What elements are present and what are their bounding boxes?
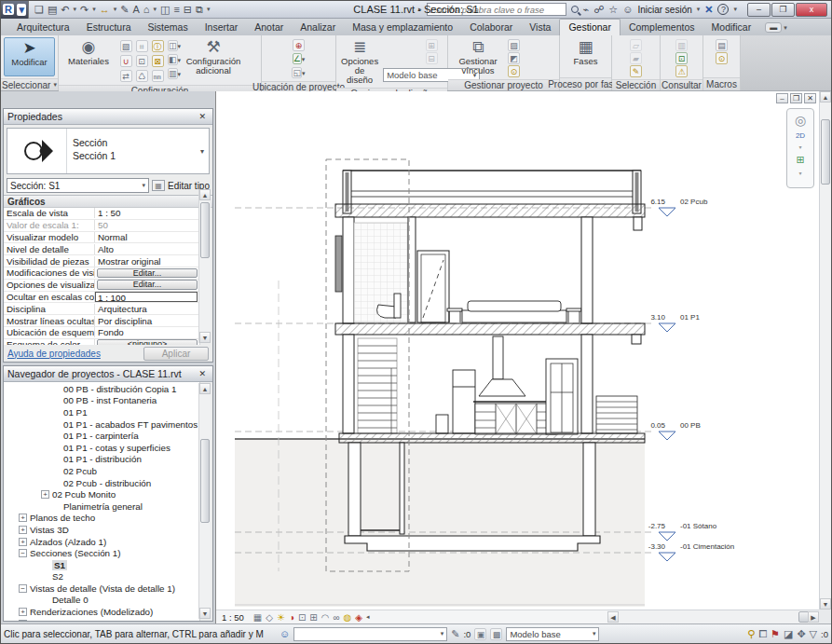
browser-scrollbar[interactable]: ▲ ▼ [198,383,211,619]
visual-style-icon[interactable]: ◇ [266,611,273,623]
undo-icon[interactable]: ↶ [61,4,69,16]
tree-item[interactable]: 01 P1 - acabados FT pavimentos [4,418,199,431]
scroll-up-icon[interactable]: ▲ [199,383,211,394]
collapse-icon[interactable]: − [19,549,27,557]
location-icon[interactable]: ⊕ [293,39,305,51]
canvas-vscrollbar[interactable]: ▲ ▼ [819,91,831,610]
coordinates-icon[interactable]: ∠ [293,53,302,64]
macro-security-icon[interactable]: ⊙ [716,52,728,64]
kitchen-hood[interactable] [479,336,525,396]
edit-display-options-button[interactable]: Editar... [97,280,198,290]
ribbon-display-caret-icon[interactable]: ▾ [784,24,787,32]
section-view-drawing[interactable]: 6.15 02 Pcub 3.10 01 P1 0.05 00 PB [216,91,832,611]
tree-item[interactable]: S2 [4,571,199,583]
close-hidden-windows-icon[interactable]: ⊟ [184,4,192,16]
zoom-caret-icon[interactable]: ▾ [798,170,801,176]
expand-icon[interactable]: + [41,490,49,499]
edit-selection-icon[interactable]: ✎ [630,65,642,77]
property-row[interactable]: Ubicación de esquema...Fondo [4,327,199,339]
restore-button[interactable]: ❐ [771,3,795,17]
expand-icon[interactable]: + [19,526,27,534]
filter-icon[interactable]: ▽ [810,628,817,640]
drawing-area[interactable]: 6.15 02 Pcub 3.10 01 P1 0.05 00 PB [215,91,831,623]
zoom-region-icon[interactable]: ⊞ [796,154,804,166]
global-parameters-icon[interactable]: ⊠ [152,55,164,67]
press-drag-icon[interactable]: ✥ [797,628,805,640]
tree-item[interactable]: +Planos de techo [4,513,199,525]
purge-unused-icon[interactable]: ♺ [136,70,148,82]
tab-analizar[interactable]: Analizar [292,20,344,35]
select-by-id-icon[interactable]: ⊡ [675,52,688,64]
view-minimize-icon[interactable]: – [776,93,788,103]
pin-icon[interactable]: ⚑ [771,628,780,640]
tab-insertar[interactable]: Insertar [197,20,247,35]
tree-item[interactable]: −Vistas de detalle (Vista de detalle 1) [4,582,199,595]
tree-item[interactable]: +Renderizaciones (Modelizado) [4,606,199,618]
tab-masa-y-emplazamiento[interactable]: Masa y emplazamiento [344,20,461,35]
view-scale-button[interactable]: 1 : 50 [222,612,250,623]
snaps-icon[interactable]: ⌗ [136,40,148,52]
collapse-icon[interactable]: − [19,584,27,593]
project-parameters-icon[interactable]: ∪ [120,55,132,67]
design-options-button[interactable]: ≣ Opciones de diseño [339,37,380,86]
tree-item[interactable]: +Alzados (Alzado 1) [4,536,199,548]
tab-colaborar[interactable]: Colaborar [461,20,521,35]
view-restore-icon[interactable]: ❒ [790,93,802,103]
communication-center-icon[interactable]: ☍ [593,4,604,16]
bed[interactable] [447,301,581,322]
transfer-project-standards-icon[interactable]: ⇄ [120,70,132,82]
type-selector[interactable]: Sección Sección 1 ▾ [7,128,210,174]
color-scheme-button[interactable]: <ninguno> [97,339,198,345]
tree-item[interactable]: 00 PB - inst Fontaneria [4,395,199,407]
project-information-icon[interactable]: ⓘ [152,40,164,52]
tab-anotar[interactable]: Anotar [246,20,292,35]
exchange-apps-icon[interactable]: ✕ [704,4,713,16]
decal-types-icon[interactable]: ◩ [508,52,520,64]
tab-arquitectura[interactable]: Arquitectura [8,20,78,35]
tree-item[interactable]: 01 P1 - carpintería [4,430,199,442]
manage-images-icon[interactable]: ▨ [508,39,520,51]
tree-item[interactable]: 00 PB - distribución Copia 1 [4,383,199,395]
stairs[interactable] [358,338,397,433]
tree-item[interactable]: 02 Pcub [4,465,199,477]
property-row[interactable]: Opciones de visualizac...Editar... [4,280,199,292]
tree-item[interactable]: −Secciones (Sección 1) [4,547,199,559]
canvas-hscrollbar[interactable]: ◀ ▶ [607,610,819,623]
object-styles-icon[interactable]: ▧ [120,40,132,52]
sign-in-label[interactable]: Iniciar sesión [637,5,691,15]
show-crop-region-icon[interactable]: ⊞ [309,611,317,623]
panel-schedule-templates-icon[interactable]: ▥ [168,68,178,79]
scroll-up-icon[interactable]: ▲ [820,91,831,103]
structural-settings-icon[interactable]: ◫ [168,40,178,51]
thin-lines-icon[interactable]: ≡ [173,4,179,15]
scroll-up-icon[interactable]: ▲ [199,189,211,200]
properties-header[interactable]: Propiedades ✕ [4,109,212,125]
position-caret-icon[interactable]: ▾ [302,70,306,76]
text-icon[interactable]: A [132,4,139,15]
expand-icon[interactable]: + [19,620,27,621]
close-button[interactable]: x [796,3,827,17]
shared-parameters-icon[interactable]: ⊡ [136,55,148,67]
tree-item[interactable]: 01 P1 - cotas y superficies [4,442,199,454]
ribbon-display-toggle-icon[interactable]: ▬ [765,22,782,33]
starting-view-icon[interactable]: ⊙ [508,65,520,77]
gray-inactive-toggle-icon[interactable]: ▩ [490,628,502,640]
qat-customize-caret-icon[interactable]: ▾ [207,6,211,13]
panel-label-seleccionar[interactable]: Seleccionar▾ [1,78,58,90]
tree-item[interactable]: 02 Pcub - distribución [4,477,199,489]
favorites-star-icon[interactable]: ☆ [608,4,618,16]
scroll-right-icon[interactable]: ▶ [808,611,819,623]
unlocked-view-icon[interactable]: ◠ [321,611,330,623]
position-icon[interactable]: ◱ [292,67,302,78]
minimize-button[interactable]: – [747,3,771,17]
worksets-combo[interactable]: ▾ [293,627,447,641]
browser-header[interactable]: Navegador de proyectos - CLASE 11.rvt ✕ [4,366,212,382]
help-icon[interactable]: ? [717,4,729,15]
properties-close-icon[interactable]: ✕ [196,112,209,121]
apply-button[interactable]: Aplicar [143,347,209,361]
tab-vista[interactable]: Vista [521,20,559,35]
exclude-options-icon[interactable]: ⚲ [747,628,755,640]
expand-icon[interactable]: + [19,514,27,522]
property-row[interactable]: DisciplinaArquitectura [4,303,199,315]
default-3d-view-icon[interactable]: ⌂ [143,4,150,15]
